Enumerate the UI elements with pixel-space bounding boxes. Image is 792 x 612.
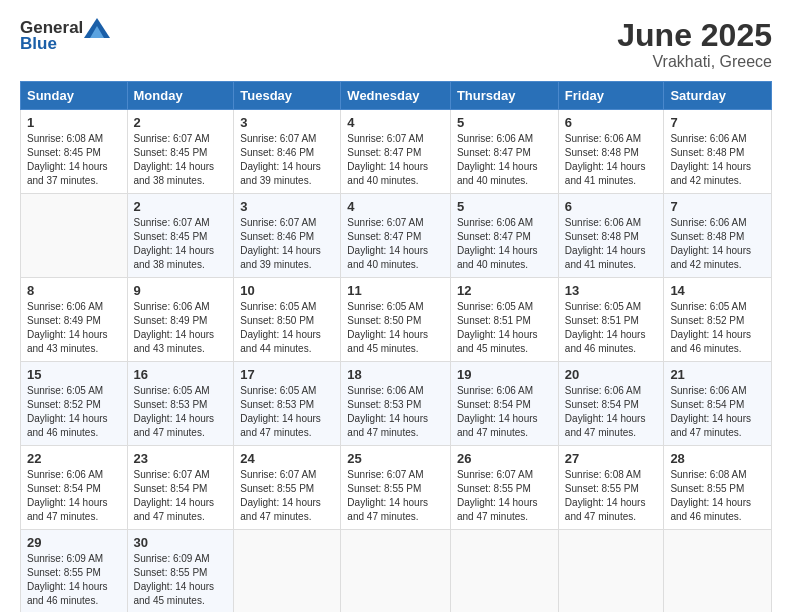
day-detail: Sunrise: 6:09 AMSunset: 8:55 PMDaylight:…: [134, 553, 215, 606]
day-number: 26: [457, 451, 552, 466]
table-row: 21 Sunrise: 6:06 AMSunset: 8:54 PMDaylig…: [664, 362, 772, 446]
day-number: 13: [565, 283, 658, 298]
day-detail: Sunrise: 6:07 AMSunset: 8:45 PMDaylight:…: [134, 133, 215, 186]
table-row: 8 Sunrise: 6:06 AMSunset: 8:49 PMDayligh…: [21, 278, 128, 362]
day-detail: Sunrise: 6:06 AMSunset: 8:53 PMDaylight:…: [347, 385, 428, 438]
day-number: 8: [27, 283, 121, 298]
table-row: 1 Sunrise: 6:08 AMSunset: 8:45 PMDayligh…: [21, 110, 128, 194]
day-number: 6: [565, 115, 658, 130]
calendar-week-row: 2 Sunrise: 6:07 AMSunset: 8:45 PMDayligh…: [21, 194, 772, 278]
table-row: 24 Sunrise: 6:07 AMSunset: 8:55 PMDaylig…: [234, 446, 341, 530]
day-number: 4: [347, 199, 444, 214]
day-detail: Sunrise: 6:07 AMSunset: 8:54 PMDaylight:…: [134, 469, 215, 522]
table-row: 19 Sunrise: 6:06 AMSunset: 8:54 PMDaylig…: [450, 362, 558, 446]
table-row: 17 Sunrise: 6:05 AMSunset: 8:53 PMDaylig…: [234, 362, 341, 446]
table-row: 22 Sunrise: 6:06 AMSunset: 8:54 PMDaylig…: [21, 446, 128, 530]
calendar-subtitle: Vrakhati, Greece: [617, 53, 772, 71]
day-detail: Sunrise: 6:06 AMSunset: 8:47 PMDaylight:…: [457, 133, 538, 186]
col-friday: Friday: [558, 82, 664, 110]
day-number: 18: [347, 367, 444, 382]
day-detail: Sunrise: 6:07 AMSunset: 8:55 PMDaylight:…: [457, 469, 538, 522]
col-tuesday: Tuesday: [234, 82, 341, 110]
day-number: 5: [457, 199, 552, 214]
day-number: 2: [134, 199, 228, 214]
day-detail: Sunrise: 6:07 AMSunset: 8:55 PMDaylight:…: [240, 469, 321, 522]
day-number: 28: [670, 451, 765, 466]
day-detail: Sunrise: 6:06 AMSunset: 8:48 PMDaylight:…: [670, 217, 751, 270]
table-row: [21, 194, 128, 278]
day-detail: Sunrise: 6:08 AMSunset: 8:45 PMDaylight:…: [27, 133, 108, 186]
calendar-week-row: 1 Sunrise: 6:08 AMSunset: 8:45 PMDayligh…: [21, 110, 772, 194]
day-detail: Sunrise: 6:06 AMSunset: 8:49 PMDaylight:…: [27, 301, 108, 354]
day-detail: Sunrise: 6:05 AMSunset: 8:50 PMDaylight:…: [347, 301, 428, 354]
day-number: 25: [347, 451, 444, 466]
table-row: 7 Sunrise: 6:06 AMSunset: 8:48 PMDayligh…: [664, 110, 772, 194]
day-number: 24: [240, 451, 334, 466]
table-row: 23 Sunrise: 6:07 AMSunset: 8:54 PMDaylig…: [127, 446, 234, 530]
table-row: 12 Sunrise: 6:05 AMSunset: 8:51 PMDaylig…: [450, 278, 558, 362]
table-row: 25 Sunrise: 6:07 AMSunset: 8:55 PMDaylig…: [341, 446, 451, 530]
table-row: 4 Sunrise: 6:07 AMSunset: 8:47 PMDayligh…: [341, 194, 451, 278]
table-row: 13 Sunrise: 6:05 AMSunset: 8:51 PMDaylig…: [558, 278, 664, 362]
table-row: 30 Sunrise: 6:09 AMSunset: 8:55 PMDaylig…: [127, 530, 234, 612]
table-row: 2 Sunrise: 6:07 AMSunset: 8:45 PMDayligh…: [127, 110, 234, 194]
table-row: 5 Sunrise: 6:06 AMSunset: 8:47 PMDayligh…: [450, 194, 558, 278]
day-detail: Sunrise: 6:05 AMSunset: 8:50 PMDaylight:…: [240, 301, 321, 354]
day-detail: Sunrise: 6:06 AMSunset: 8:54 PMDaylight:…: [565, 385, 646, 438]
day-detail: Sunrise: 6:06 AMSunset: 8:48 PMDaylight:…: [565, 217, 646, 270]
day-number: 3: [240, 115, 334, 130]
col-sunday: Sunday: [21, 82, 128, 110]
day-number: 21: [670, 367, 765, 382]
day-detail: Sunrise: 6:09 AMSunset: 8:55 PMDaylight:…: [27, 553, 108, 606]
day-detail: Sunrise: 6:06 AMSunset: 8:49 PMDaylight:…: [134, 301, 215, 354]
table-row: [341, 530, 451, 612]
day-number: 11: [347, 283, 444, 298]
table-row: 20 Sunrise: 6:06 AMSunset: 8:54 PMDaylig…: [558, 362, 664, 446]
day-number: 19: [457, 367, 552, 382]
day-detail: Sunrise: 6:06 AMSunset: 8:48 PMDaylight:…: [565, 133, 646, 186]
table-row: 10 Sunrise: 6:05 AMSunset: 8:50 PMDaylig…: [234, 278, 341, 362]
day-detail: Sunrise: 6:06 AMSunset: 8:54 PMDaylight:…: [670, 385, 751, 438]
day-detail: Sunrise: 6:05 AMSunset: 8:51 PMDaylight:…: [457, 301, 538, 354]
table-row: 27 Sunrise: 6:08 AMSunset: 8:55 PMDaylig…: [558, 446, 664, 530]
table-row: 14 Sunrise: 6:05 AMSunset: 8:52 PMDaylig…: [664, 278, 772, 362]
table-row: 18 Sunrise: 6:06 AMSunset: 8:53 PMDaylig…: [341, 362, 451, 446]
day-number: 5: [457, 115, 552, 130]
table-row: 7 Sunrise: 6:06 AMSunset: 8:48 PMDayligh…: [664, 194, 772, 278]
day-number: 4: [347, 115, 444, 130]
table-row: 16 Sunrise: 6:05 AMSunset: 8:53 PMDaylig…: [127, 362, 234, 446]
col-thursday: Thursday: [450, 82, 558, 110]
day-detail: Sunrise: 6:05 AMSunset: 8:52 PMDaylight:…: [670, 301, 751, 354]
day-number: 20: [565, 367, 658, 382]
table-row: 5 Sunrise: 6:06 AMSunset: 8:47 PMDayligh…: [450, 110, 558, 194]
table-row: 28 Sunrise: 6:08 AMSunset: 8:55 PMDaylig…: [664, 446, 772, 530]
table-row: 26 Sunrise: 6:07 AMSunset: 8:55 PMDaylig…: [450, 446, 558, 530]
day-detail: Sunrise: 6:07 AMSunset: 8:46 PMDaylight:…: [240, 217, 321, 270]
day-detail: Sunrise: 6:05 AMSunset: 8:51 PMDaylight:…: [565, 301, 646, 354]
table-row: 9 Sunrise: 6:06 AMSunset: 8:49 PMDayligh…: [127, 278, 234, 362]
table-row: [558, 530, 664, 612]
day-number: 30: [134, 535, 228, 550]
day-number: 15: [27, 367, 121, 382]
day-detail: Sunrise: 6:06 AMSunset: 8:54 PMDaylight:…: [457, 385, 538, 438]
calendar-title: June 2025: [617, 18, 772, 53]
table-row: [450, 530, 558, 612]
day-number: 1: [27, 115, 121, 130]
table-row: 4 Sunrise: 6:07 AMSunset: 8:47 PMDayligh…: [341, 110, 451, 194]
day-number: 3: [240, 199, 334, 214]
day-number: 7: [670, 199, 765, 214]
day-detail: Sunrise: 6:07 AMSunset: 8:47 PMDaylight:…: [347, 217, 428, 270]
table-row: 2 Sunrise: 6:07 AMSunset: 8:45 PMDayligh…: [127, 194, 234, 278]
day-detail: Sunrise: 6:07 AMSunset: 8:47 PMDaylight:…: [347, 133, 428, 186]
table-row: 3 Sunrise: 6:07 AMSunset: 8:46 PMDayligh…: [234, 110, 341, 194]
table-row: 29 Sunrise: 6:09 AMSunset: 8:55 PMDaylig…: [21, 530, 128, 612]
day-detail: Sunrise: 6:07 AMSunset: 8:45 PMDaylight:…: [134, 217, 215, 270]
col-saturday: Saturday: [664, 82, 772, 110]
logo-blue: Blue: [20, 34, 57, 54]
day-number: 27: [565, 451, 658, 466]
day-number: 6: [565, 199, 658, 214]
logo-icon: [84, 18, 110, 38]
day-number: 23: [134, 451, 228, 466]
day-number: 17: [240, 367, 334, 382]
day-detail: Sunrise: 6:08 AMSunset: 8:55 PMDaylight:…: [565, 469, 646, 522]
